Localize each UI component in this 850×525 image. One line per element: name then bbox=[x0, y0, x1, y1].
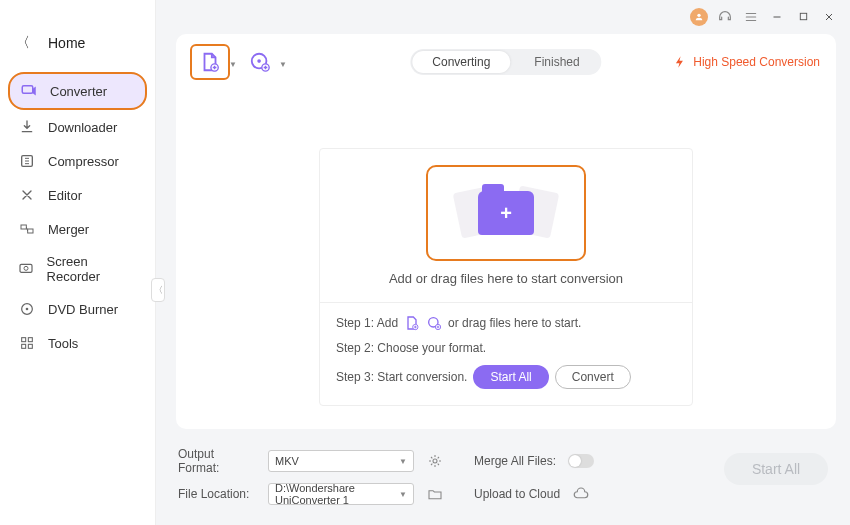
step-1: Step 1: Add or drag files here to start. bbox=[336, 315, 676, 331]
svg-point-16 bbox=[257, 59, 261, 63]
sidebar-item-merger[interactable]: Merger bbox=[8, 212, 147, 246]
sidebar-item-converter[interactable]: Converter bbox=[8, 72, 147, 110]
footer: Output Format: MKV ▼ Merge All Files: Fi… bbox=[156, 437, 850, 525]
avatar-icon[interactable] bbox=[690, 8, 708, 26]
sidebar-item-label: Screen Recorder bbox=[47, 254, 137, 284]
step2-text: Step 2: Choose your format. bbox=[336, 341, 486, 355]
start-all-button[interactable]: Start All bbox=[724, 453, 828, 485]
converter-icon bbox=[20, 82, 38, 100]
convert-pill[interactable]: Convert bbox=[555, 365, 631, 389]
step3-text: Step 3: Start conversion. bbox=[336, 370, 467, 384]
output-format-label: Output Format: bbox=[178, 447, 256, 475]
svg-point-5 bbox=[24, 266, 28, 270]
chevron-down-icon: ▼ bbox=[399, 490, 407, 499]
upload-cloud-label: Upload to Cloud bbox=[474, 487, 560, 501]
maximize-icon[interactable] bbox=[794, 8, 812, 26]
nav-list: Converter Downloader Compressor Editor M… bbox=[0, 72, 155, 360]
output-format-dropdown[interactable]: MKV ▼ bbox=[268, 450, 414, 472]
svg-point-21 bbox=[433, 459, 437, 463]
svg-rect-11 bbox=[28, 344, 32, 348]
tab-finished[interactable]: Finished bbox=[512, 49, 601, 75]
file-location-row: File Location: D:\Wondershare UniConvert… bbox=[178, 483, 832, 505]
step-2: Step 2: Choose your format. bbox=[336, 341, 676, 355]
home-row: 〈 Home bbox=[0, 8, 155, 72]
sidebar-item-tools[interactable]: Tools bbox=[8, 326, 147, 360]
dropzone-area: + Add or drag files here to start conver… bbox=[176, 86, 836, 429]
tab-converting[interactable]: Converting bbox=[412, 51, 510, 73]
content-card: ▼ ▼ Converting Finished High Speed Conve… bbox=[176, 34, 836, 429]
output-format-value: MKV bbox=[275, 455, 299, 467]
menu-icon[interactable] bbox=[742, 8, 760, 26]
step1-text-b: or drag files here to start. bbox=[448, 316, 581, 330]
svg-rect-0 bbox=[22, 86, 33, 94]
titlebar bbox=[156, 0, 850, 26]
close-icon[interactable] bbox=[820, 8, 838, 26]
sidebar-item-dvd-burner[interactable]: DVD Burner bbox=[8, 292, 147, 326]
step-3: Step 3: Start conversion. Start All Conv… bbox=[336, 365, 676, 389]
sidebar-item-screen-recorder[interactable]: Screen Recorder bbox=[8, 246, 147, 292]
merge-all-label: Merge All Files: bbox=[474, 454, 556, 468]
svg-rect-9 bbox=[28, 338, 32, 342]
sidebar-item-label: DVD Burner bbox=[48, 302, 118, 317]
svg-rect-4 bbox=[20, 264, 32, 272]
svg-rect-8 bbox=[22, 338, 26, 342]
add-dvd-mini-icon[interactable] bbox=[426, 315, 442, 331]
chevron-down-icon[interactable]: ▼ bbox=[279, 60, 287, 69]
support-icon[interactable] bbox=[716, 8, 734, 26]
svg-point-12 bbox=[697, 13, 700, 16]
chevron-down-icon[interactable]: ▼ bbox=[229, 60, 237, 69]
minimize-icon[interactable] bbox=[768, 8, 786, 26]
dvd-burner-icon bbox=[18, 300, 36, 318]
start-all-pill[interactable]: Start All bbox=[473, 365, 548, 389]
sidebar-item-label: Merger bbox=[48, 222, 89, 237]
compressor-icon bbox=[18, 152, 36, 170]
plus-icon: + bbox=[500, 202, 512, 225]
sidebar: 〈 Home Converter Downloader Compressor bbox=[0, 0, 156, 525]
svg-rect-3 bbox=[28, 229, 33, 233]
sidebar-item-label: Compressor bbox=[48, 154, 119, 169]
tools-icon bbox=[18, 334, 36, 352]
sidebar-item-editor[interactable]: Editor bbox=[8, 178, 147, 212]
add-dvd-button[interactable]: ▼ bbox=[240, 44, 280, 80]
sidebar-item-downloader[interactable]: Downloader bbox=[8, 110, 147, 144]
step1-text-a: Step 1: Add bbox=[336, 316, 398, 330]
drop-upper: + Add or drag files here to start conver… bbox=[320, 149, 692, 302]
sidebar-item-label: Downloader bbox=[48, 120, 117, 135]
downloader-icon bbox=[18, 118, 36, 136]
steps-panel: Step 1: Add or drag files here to start.… bbox=[320, 302, 692, 405]
sidebar-item-label: Tools bbox=[48, 336, 78, 351]
svg-rect-2 bbox=[21, 225, 26, 229]
svg-point-7 bbox=[26, 308, 29, 311]
add-file-button[interactable]: ▼ bbox=[190, 44, 230, 80]
settings-icon[interactable] bbox=[426, 452, 444, 470]
merger-icon bbox=[18, 220, 36, 238]
back-arrow-icon[interactable]: 〈 bbox=[12, 32, 34, 54]
hsp-label: High Speed Conversion bbox=[693, 55, 820, 69]
screen-recorder-icon bbox=[18, 260, 35, 278]
chevron-down-icon: ▼ bbox=[399, 457, 407, 466]
svg-rect-10 bbox=[22, 344, 26, 348]
folder-illustration: + bbox=[451, 181, 561, 245]
tab-segment: Converting Finished bbox=[410, 49, 601, 75]
high-speed-conversion-button[interactable]: High Speed Conversion bbox=[673, 55, 820, 69]
sidebar-item-label: Converter bbox=[50, 84, 107, 99]
home-label[interactable]: Home bbox=[48, 35, 85, 51]
file-location-value: D:\Wondershare UniConverter 1 bbox=[275, 482, 399, 506]
file-location-dropdown[interactable]: D:\Wondershare UniConverter 1 ▼ bbox=[268, 483, 414, 505]
dropzone-text: Add or drag files here to start conversi… bbox=[389, 271, 623, 286]
drop-target[interactable]: + bbox=[426, 165, 586, 261]
toolbar: ▼ ▼ Converting Finished High Speed Conve… bbox=[176, 34, 836, 86]
drop-card: + Add or drag files here to start conver… bbox=[319, 148, 693, 406]
svg-rect-13 bbox=[800, 13, 806, 19]
sidebar-item-compressor[interactable]: Compressor bbox=[8, 144, 147, 178]
add-file-mini-icon[interactable] bbox=[404, 315, 420, 331]
main-area: ▼ ▼ Converting Finished High Speed Conve… bbox=[156, 0, 850, 525]
file-location-label: File Location: bbox=[178, 487, 256, 501]
bolt-icon bbox=[673, 55, 687, 69]
open-folder-icon[interactable] bbox=[426, 485, 444, 503]
sidebar-item-label: Editor bbox=[48, 188, 82, 203]
editor-icon bbox=[18, 186, 36, 204]
merge-all-toggle[interactable] bbox=[568, 454, 594, 468]
cloud-icon[interactable] bbox=[572, 485, 590, 503]
